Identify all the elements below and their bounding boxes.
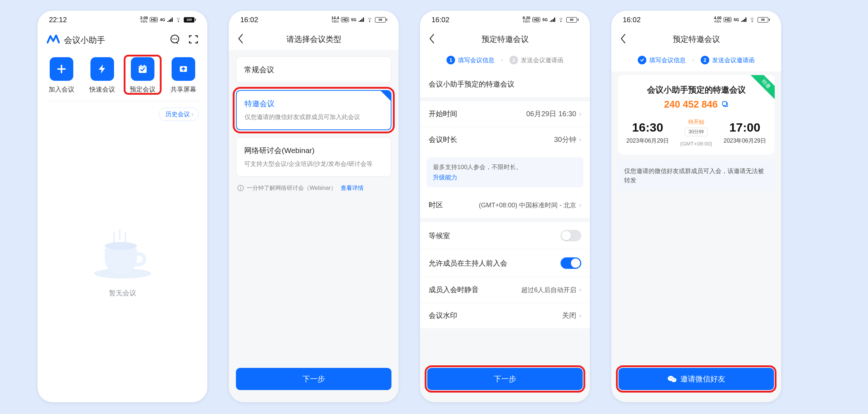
status-time: 16:02	[623, 16, 641, 24]
app-logo[interactable]: 会议小助手	[46, 33, 105, 47]
mute-on-join-row[interactable]: 成员入会时静音 超过6人后自动开启›	[420, 277, 590, 302]
svg-rect-10	[240, 188, 241, 190]
svg-point-11	[240, 186, 241, 187]
svg-rect-5	[139, 66, 147, 68]
info-text: 一分钟了解网络研讨会（Webinar）	[247, 184, 336, 192]
card-title: 常规会议	[244, 65, 383, 75]
card-title: 网络研讨会(Webinar)	[244, 146, 383, 156]
duration-row[interactable]: 会议时长 30分钟›	[420, 127, 590, 152]
duration-pill: 30分钟	[685, 128, 708, 136]
card-title: 特邀会议	[245, 99, 383, 109]
timezone-row[interactable]: 时区 (GMT+08:00) 中国标准时间 - 北京›	[420, 192, 590, 218]
chevron-right-icon: ›	[579, 136, 581, 143]
signal-label: 4G	[160, 18, 165, 22]
screen-invite: 16:02 4.00KB/s HD 5G 98 预定特邀会议 填写会议信息 › …	[611, 11, 781, 402]
signal-icon	[359, 18, 364, 22]
page-title: 预定特邀会议	[673, 34, 720, 45]
history-meetings[interactable]: 历史会议 ›	[159, 108, 199, 121]
status-bar: 16:02 14.4KB/s HD 5G 98	[229, 11, 399, 29]
join-meeting[interactable]: 加入会议	[44, 57, 79, 94]
teacup-illustration	[94, 232, 151, 279]
page-title: 请选择会议类型	[286, 34, 341, 45]
row-label: 允许成员在主持人前入会	[429, 258, 507, 268]
time-row: 16:30 2023年06月29日 待开始 30分钟 (GMT+08:00) 1…	[626, 119, 766, 147]
allow-before-host-toggle[interactable]	[561, 257, 581, 269]
signal-label: 5G	[542, 18, 548, 22]
step-1: 1 填写会议信息	[447, 56, 494, 64]
start-time-row[interactable]: 开始时间 06月29日 16:30›	[420, 101, 590, 127]
step-label: 填写会议信息	[458, 56, 494, 64]
hd-icon: HD	[150, 17, 158, 22]
back-button[interactable]	[620, 34, 626, 45]
svg-point-2	[174, 38, 175, 39]
step-num: 2	[509, 56, 518, 64]
info-icon	[237, 185, 244, 191]
steps: 填写会议信息 › 2 发送会议邀请函	[611, 50, 781, 72]
status-right: 8.20KB/s HD 5G 98	[523, 16, 578, 23]
status-time: 16:02	[240, 16, 258, 24]
chevron-right-icon: ›	[579, 201, 581, 209]
chevron-right-icon: ›	[579, 312, 581, 319]
battery-icon: 100	[184, 17, 196, 23]
back-button[interactable]	[237, 34, 244, 45]
row-label: 开始时间	[429, 109, 457, 119]
action-grid: 加入会议 快速会议 预定会议 共享屏幕	[38, 54, 207, 101]
svg-rect-7	[144, 65, 145, 67]
meeting-id-text: 240 452 846	[664, 99, 717, 110]
schedule-meeting[interactable]: 预定会议	[125, 56, 161, 94]
card-special-invite[interactable]: 特邀会议 仅您邀请的微信好友或群成员可加入此会议	[236, 90, 391, 130]
battery-icon: 98	[758, 17, 770, 23]
empty-state: 暂无会议	[38, 127, 207, 402]
status-time: 16:02	[431, 16, 449, 24]
next-button[interactable]: 下一步	[427, 368, 583, 390]
chat-icon[interactable]	[169, 34, 180, 46]
meeting-name-row[interactable]: 会议小助手预定的特邀会议	[420, 72, 590, 97]
end-time: 17:00	[729, 120, 760, 134]
meeting-id: 240 452 846	[626, 99, 766, 110]
copy-icon[interactable]	[721, 99, 729, 110]
meeting-card: 特邀 会议小助手预定的特邀会议 240 452 846 16:30 2023年0…	[618, 75, 775, 154]
share-screen[interactable]: 共享屏幕	[166, 57, 201, 94]
scan-icon[interactable]	[188, 34, 199, 46]
waiting-room-row: 等候室	[420, 222, 590, 249]
svg-point-17	[671, 378, 672, 378]
plus-icon	[50, 57, 73, 81]
wifi-icon	[175, 18, 182, 22]
card-webinar[interactable]: 网络研讨会(Webinar) 可支持大型会议/企业培训/沙龙/发布会/研讨会等	[236, 137, 391, 177]
watermark-row[interactable]: 会议水印 关闭›	[420, 302, 590, 328]
signal-icon	[741, 18, 747, 22]
row-value: (GMT+08:00) 中国标准时间 - 北京	[479, 201, 576, 210]
navbar: 预定特邀会议	[420, 29, 590, 50]
status-bar: 16:02 8.20KB/s HD 5G 98	[420, 11, 590, 29]
waiting-room-toggle[interactable]	[561, 230, 581, 241]
next-button[interactable]: 下一步	[236, 368, 391, 390]
info-link[interactable]: 查看详情	[341, 184, 364, 192]
signal-label: 5G	[734, 18, 739, 22]
upgrade-link[interactable]: 升级能力	[433, 173, 577, 182]
row-label: 时区	[429, 200, 443, 210]
status-right: 2.09KB/s HD 4G 100	[140, 16, 196, 23]
end-col: 17:00 2023年06月29日	[724, 120, 766, 145]
quick-meeting[interactable]: 快速会议	[84, 57, 120, 94]
wifi-icon	[366, 18, 373, 22]
step-2: 2 发送会议邀请函	[701, 56, 755, 64]
card-regular[interactable]: 常规会议	[236, 56, 391, 83]
quick-label: 快速会议	[89, 85, 115, 94]
chevron-right-icon: ›	[191, 110, 193, 118]
upgrade-banner: 最多支持100人参会，不限时长。 升级能力	[426, 157, 583, 187]
check-icon	[638, 56, 646, 64]
row-label: 等候室	[429, 231, 450, 241]
card-subtitle: 可支持大型会议/企业培训/沙龙/发布会/研讨会等	[244, 160, 383, 168]
svg-point-3	[176, 38, 177, 39]
hd-icon: HD	[532, 17, 540, 22]
svg-point-18	[672, 379, 673, 380]
invite-wechat-button[interactable]: 邀请微信好友	[618, 368, 774, 390]
signal-label: 5G	[351, 18, 356, 22]
empty-text: 暂无会议	[109, 289, 136, 298]
svg-point-1	[172, 38, 173, 39]
allow-before-host-row: 允许成员在主持人前入会	[420, 249, 590, 277]
wifi-icon	[558, 18, 564, 22]
back-button[interactable]	[429, 34, 435, 45]
status-bar: 16:02 4.00KB/s HD 5G 98	[611, 11, 781, 29]
step-2: 2 发送会议邀请函	[509, 56, 563, 64]
